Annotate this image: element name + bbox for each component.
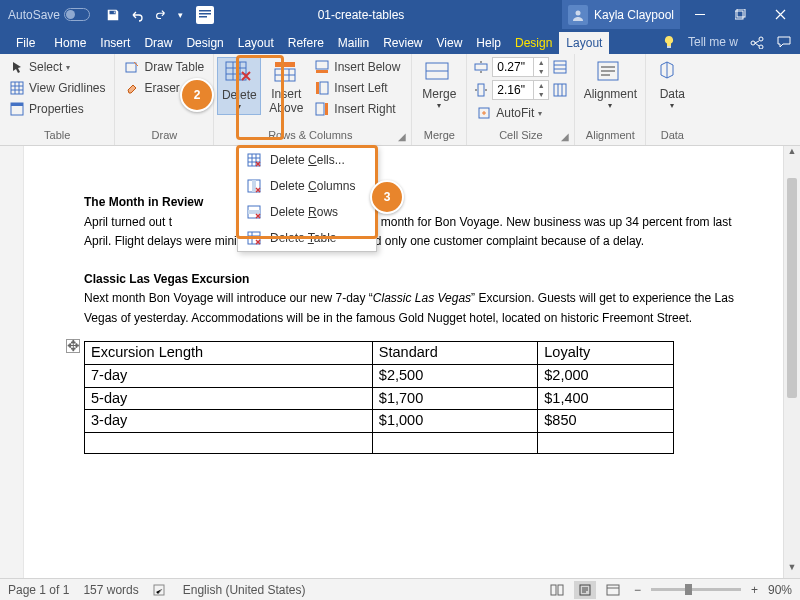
insert-left-button[interactable]: Insert Left — [311, 78, 403, 98]
paragraph-1: April turned out tproductive month for B… — [84, 212, 759, 251]
eraser-icon — [124, 80, 140, 96]
read-mode-button[interactable] — [546, 581, 568, 599]
tab-design[interactable]: Design — [179, 32, 230, 54]
document-page[interactable]: The Month in Review April turned out tpr… — [24, 146, 783, 578]
cell-size-dialog-launcher[interactable]: ◢ — [558, 129, 572, 143]
insert-above-button[interactable]: InsertAbove — [265, 57, 307, 118]
zoom-level[interactable]: 90% — [768, 583, 792, 597]
spin-down[interactable]: ▼ — [534, 67, 548, 76]
menu-delete-columns[interactable]: Delete Columns — [238, 173, 376, 199]
comments-button[interactable] — [772, 30, 796, 54]
web-layout-button[interactable] — [602, 581, 624, 599]
insert-above-icon — [271, 59, 301, 87]
toggle-off-icon — [64, 8, 90, 21]
autosave-toggle[interactable]: AutoSave — [0, 8, 98, 22]
rows-columns-dialog-launcher[interactable]: ◢ — [395, 129, 409, 143]
autofit-icon — [476, 105, 492, 121]
window-controls — [680, 0, 800, 29]
annotation-badge-3: 3 — [370, 180, 404, 214]
status-language[interactable]: English (United States) — [183, 583, 306, 597]
table-row: 7-day$2,500$2,000 — [85, 364, 674, 387]
delete-button[interactable]: Delete▾ — [217, 57, 261, 115]
tab-home[interactable]: Home — [47, 32, 93, 54]
properties-button[interactable]: Properties — [6, 99, 108, 119]
group-table: Select ▾ View Gridlines Properties Table — [0, 54, 115, 145]
merge-button[interactable]: Merge▾ — [418, 57, 460, 113]
draw-table-button[interactable]: Draw Table — [121, 57, 207, 77]
insert-below-button[interactable]: Insert Below — [311, 57, 403, 77]
document-area: The Month in Review April turned out tpr… — [0, 146, 800, 578]
row-height-input[interactable]: ▲▼ — [492, 57, 549, 77]
insert-right-button[interactable]: Insert Right — [311, 99, 403, 119]
vertical-scrollbar[interactable]: ▲ ▼ — [783, 146, 800, 578]
select-button[interactable]: Select ▾ — [6, 57, 108, 77]
group-cell-size: ▲▼ ▲▼ AutoFit ▾ Cell Size ◢ — [467, 54, 575, 145]
tab-view[interactable]: View — [430, 32, 470, 54]
menu-delete-cells[interactable]: Delete Cells... — [238, 147, 376, 173]
delete-cells-icon — [246, 152, 262, 168]
zoom-slider[interactable] — [651, 588, 741, 591]
spin-up[interactable]: ▲ — [534, 58, 548, 67]
autofit-button[interactable]: AutoFit ▾ — [473, 103, 568, 123]
svg-rect-15 — [275, 62, 295, 67]
annotation-badge-2: 2 — [180, 78, 214, 112]
col-width-input[interactable]: ▲▼ — [492, 80, 549, 100]
scroll-down-button[interactable]: ▼ — [784, 562, 800, 578]
spin-up[interactable]: ▲ — [534, 81, 548, 90]
tab-references[interactable]: Refere — [281, 32, 331, 54]
print-layout-button[interactable] — [574, 581, 596, 599]
restore-button[interactable] — [720, 0, 760, 29]
gridlines-icon — [9, 80, 25, 96]
scrollbar-thumb[interactable] — [787, 178, 797, 398]
group-label-rows-columns: Rows & Columns — [217, 127, 403, 143]
delete-table-icon — [224, 60, 254, 88]
alignment-button[interactable]: Alignment▾ — [581, 57, 639, 113]
view-gridlines-button[interactable]: View Gridlines — [6, 78, 108, 98]
svg-rect-39 — [607, 585, 619, 595]
spin-down[interactable]: ▼ — [534, 90, 548, 99]
spellcheck-icon[interactable] — [153, 583, 169, 597]
share-button[interactable] — [745, 30, 769, 54]
undo-button[interactable] — [126, 4, 148, 26]
svg-rect-19 — [316, 82, 319, 94]
tab-help[interactable]: Help — [469, 32, 508, 54]
save-button[interactable] — [102, 4, 124, 26]
table-move-handle[interactable]: ✥ — [66, 339, 80, 353]
tab-file[interactable]: File — [4, 32, 47, 54]
svg-rect-25 — [478, 84, 484, 96]
tab-mailings[interactable]: Mailin — [331, 32, 376, 54]
svg-point-4 — [575, 10, 580, 15]
row-height-icon — [473, 59, 489, 75]
zoom-out-button[interactable]: − — [630, 583, 645, 597]
group-label-draw: Draw — [121, 127, 207, 143]
tab-layout[interactable]: Layout — [231, 32, 281, 54]
distribute-rows-icon[interactable] — [552, 59, 568, 75]
tab-draw[interactable]: Draw — [137, 32, 179, 54]
alignment-icon — [595, 59, 625, 87]
user-account-button[interactable]: Kayla Claypool — [562, 0, 680, 29]
close-button[interactable] — [760, 0, 800, 29]
table-row: 5-day$1,700$1,400 — [85, 387, 674, 410]
distribute-cols-icon[interactable] — [552, 82, 568, 98]
pricing-table[interactable]: Excursion LengthStandardLoyalty 7-day$2,… — [84, 341, 674, 453]
menu-delete-rows[interactable]: Delete Rows — [238, 199, 376, 225]
status-words[interactable]: 157 words — [83, 583, 138, 597]
menu-delete-table[interactable]: Delete Table — [238, 225, 376, 251]
data-button[interactable]: Data▾ — [652, 57, 692, 113]
zoom-in-button[interactable]: + — [747, 583, 762, 597]
insert-left-icon — [314, 80, 330, 96]
col-width-icon — [473, 82, 489, 98]
tab-table-layout[interactable]: Layout — [559, 32, 609, 54]
heading-2: Classic Las Vegas Excursion — [84, 272, 249, 286]
scroll-up-button[interactable]: ▲ — [784, 146, 800, 162]
tab-review[interactable]: Review — [376, 32, 429, 54]
group-label-data: Data — [652, 127, 692, 143]
merge-icon — [424, 59, 454, 87]
minimize-button[interactable] — [680, 0, 720, 29]
tell-me-input[interactable]: Tell me w — [684, 35, 742, 49]
vertical-ruler[interactable] — [0, 146, 24, 578]
tab-insert[interactable]: Insert — [93, 32, 137, 54]
status-page[interactable]: Page 1 of 1 — [8, 583, 69, 597]
svg-rect-37 — [558, 585, 563, 595]
tab-table-design[interactable]: Design — [508, 32, 559, 54]
